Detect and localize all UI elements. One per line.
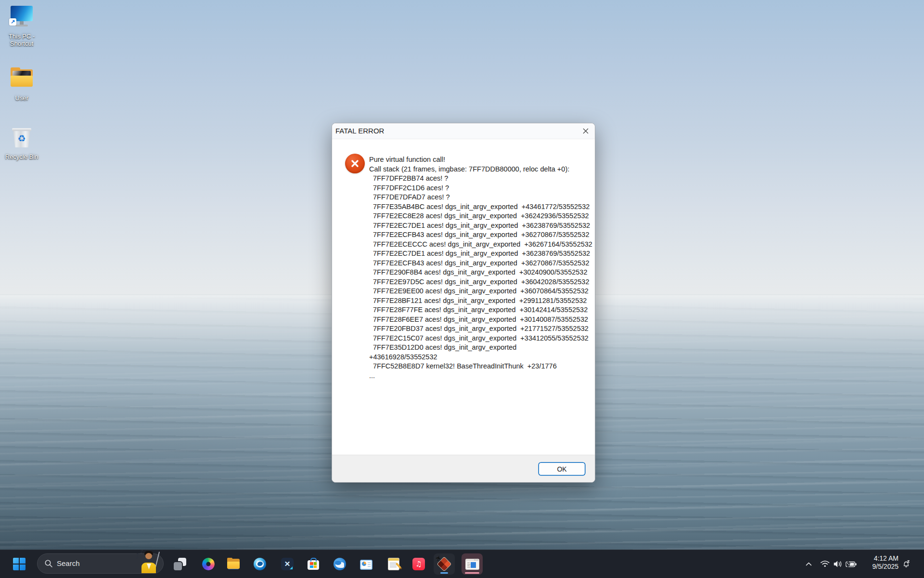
icon-label: This PC -	[9, 33, 35, 40]
fatal-error-dialog: FATAL ERROR Pure virtual function call! …	[332, 123, 595, 483]
taskbar-microsoft-store[interactable]	[303, 553, 324, 575]
x-app-icon: ✕	[281, 558, 294, 570]
ok-button[interactable]: OK	[539, 462, 585, 475]
icon-label: Shortcut	[10, 40, 33, 47]
error-message: Pure virtual function call! Call stack (…	[369, 155, 589, 381]
windows-logo-icon[interactable]	[13, 558, 26, 570]
taskbar-crash-app-focused[interactable]	[462, 553, 483, 575]
recycle-symbol-icon: ♻	[8, 133, 35, 144]
presentation-icon	[360, 560, 372, 570]
desktop-icon-recycle-bin[interactable]: ♻ Recycle Bin	[0, 126, 43, 160]
taskbar-notepad[interactable]	[383, 553, 404, 575]
error-x-icon	[350, 159, 359, 168]
wifi-icon	[821, 561, 829, 567]
volume-icon	[834, 561, 841, 567]
tray-network-volume-battery[interactable]	[817, 550, 860, 578]
taskbar-file-explorer[interactable]	[223, 553, 244, 575]
desktop-icon-this-pc-shortcut[interactable]: ↗ This PC - Shortcut	[0, 6, 43, 47]
close-button[interactable]	[579, 125, 592, 137]
copilot-icon	[202, 558, 215, 570]
file-explorer-icon	[227, 559, 240, 569]
tray-clock[interactable]: 4:12 AM 9/5/2025	[855, 554, 898, 578]
music-note-icon: ♪	[140, 549, 143, 555]
dialog-titlebar[interactable]: FATAL ERROR	[332, 123, 595, 139]
taskbar-x-app[interactable]: ✕	[277, 553, 298, 575]
dialog-footer: OK	[332, 455, 595, 482]
search-input[interactable]: Search ♪ ♪	[37, 553, 164, 574]
tray-date: 9/5/2025	[873, 563, 899, 571]
taskbar-presentation-app[interactable]	[356, 553, 377, 575]
task-view-icon	[174, 558, 186, 570]
icon-label: User	[0, 94, 43, 102]
browser-icon	[254, 558, 266, 570]
focused-indicator	[465, 572, 479, 574]
notepad-icon	[388, 558, 399, 570]
taskbar-copilot[interactable]	[198, 553, 219, 575]
search-icon	[44, 559, 53, 568]
taskbar-thunderbird[interactable]	[329, 553, 350, 575]
tray-show-hidden-icons[interactable]	[802, 550, 815, 578]
chevron-up-icon	[806, 562, 812, 566]
taskbar-task-view[interactable]	[169, 553, 191, 575]
this-pc-icon: ↗	[8, 6, 35, 31]
shortcut-arrow-icon: ↗	[9, 18, 16, 26]
folder-icon	[8, 67, 35, 92]
app-window-icon	[466, 559, 479, 569]
microsoft-store-icon	[308, 560, 319, 570]
search-placeholder: Search	[57, 554, 80, 573]
music-note-icon: ♪	[134, 552, 140, 560]
taskbar-game-running[interactable]: ✈	[434, 553, 455, 575]
search-highlight-image: ♪ ♪	[135, 550, 161, 573]
recycle-bin-icon: ♻	[8, 126, 35, 151]
desktop-screen: ↗ This PC - Shortcut User ♻ Recycle Bin …	[0, 0, 924, 578]
bell-dnd-icon	[902, 559, 911, 569]
taskbar-browser[interactable]	[249, 553, 270, 575]
tray-time: 4:12 AM	[874, 554, 898, 563]
taskbar: Search ♪ ♪	[0, 550, 924, 578]
taskbar-apple-music[interactable]: ♫	[408, 553, 429, 575]
error-icon	[345, 154, 365, 173]
close-icon	[583, 128, 589, 134]
running-indicator	[440, 572, 448, 574]
dialog-title: FATAL ERROR	[335, 123, 384, 139]
desktop-icon-user-folder[interactable]: User	[0, 67, 43, 102]
icon-label: Recycle Bin	[0, 153, 43, 160]
tray-notifications[interactable]	[899, 550, 913, 578]
thunderbird-icon	[334, 558, 346, 570]
apple-music-icon: ♫	[412, 558, 425, 570]
